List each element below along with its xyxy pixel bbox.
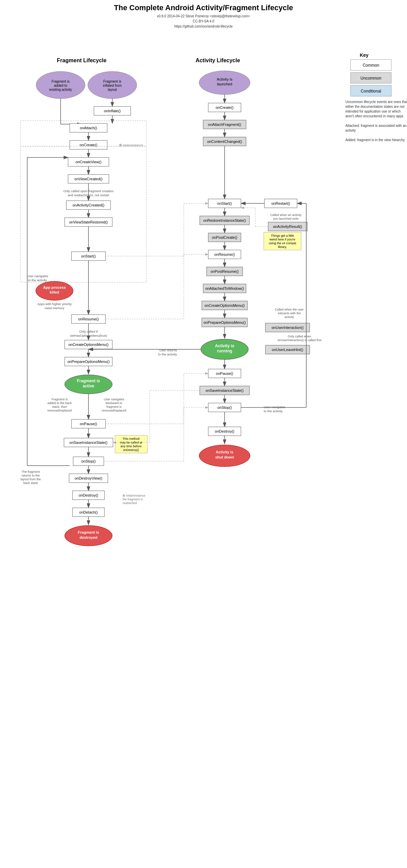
subtitle-line1: v0.9.0 2014-04-22 Steve Pomeroy <stevep@… — [7, 14, 400, 19]
onStop-frag-text: onStop() — [81, 459, 96, 463]
key-common-text: Common — [363, 63, 379, 68]
svg-text:existing activity: existing activity — [49, 88, 72, 91]
onActivityResult-text: onActivityResult() — [273, 224, 302, 229]
app-process-killed-text2: killed — [50, 290, 59, 294]
onDestroy-frag-text: onDestroy() — [79, 493, 98, 497]
note-activityResult2: you launched exits — [273, 217, 299, 220]
activity-running-text2: running — [217, 349, 232, 353]
onViewCreated-text: onViewCreated() — [75, 177, 102, 181]
note-frag-returns4: back stack — [23, 481, 38, 485]
fragment-destroyed-text2: destroyed — [80, 535, 98, 539]
key-conditional-text: Conditional — [361, 89, 381, 94]
note-user-backward1: User navigates — [104, 398, 125, 401]
note-method-text4: onDestroy() — [123, 448, 139, 452]
onStop-act-text: onStop() — [217, 405, 232, 410]
note-compat-text2: weird here if you're — [269, 238, 295, 241]
onAttachedToWindow-text: onAttachedToWindow() — [205, 286, 244, 290]
note-user-backward3: fragment is — [107, 405, 122, 408]
note-frag-back1: Fragment is — [51, 398, 68, 401]
note-userInteracts3: activity — [284, 315, 294, 319]
onCreateOptionsMenu-act-text: onCreateOptionsMenu() — [205, 303, 245, 307]
note-user-backward2: backward or — [105, 401, 122, 405]
activity-launched-text1: Activity is — [217, 77, 232, 81]
note-compat-text1: Things get a little — [271, 234, 294, 237]
onResume-act-text: onResume() — [214, 252, 235, 256]
onSaveInstanceState-frag-text: onSaveInstanceState() — [69, 440, 108, 445]
retainInstance2-text3: reattached — [123, 501, 137, 505]
activity-running-text1: Activity is — [215, 344, 234, 348]
onInflate-text: onInflate() — [104, 109, 121, 113]
key-uncommon-text: Uncommon — [360, 76, 381, 81]
onStart-act-text: onStart() — [217, 201, 232, 205]
note-user-returns2: to the activity — [158, 352, 177, 356]
activity-shutdown-text2: shut down — [215, 455, 234, 459]
note-frag-back4: removed/replaced — [47, 409, 72, 412]
note-onUserLeave2: onUserInteraction() is called first — [277, 338, 322, 342]
diagram-svg: Key Common Uncommon Conditional Uncommon… — [7, 32, 407, 868]
note-user-nav-act2: to the activity — [264, 409, 283, 413]
fragment-active-text2: active — [83, 384, 94, 388]
note-method-text1: This method — [123, 437, 140, 440]
onCreate-act-text: onCreate() — [216, 105, 234, 110]
note-frag-back2: added to the back — [47, 401, 72, 405]
onDestroyView-text: onDestroyView() — [75, 476, 102, 480]
note-user-backward4: removed/replaced — [102, 409, 126, 412]
onAttach-text: onAttach() — [80, 126, 97, 130]
note-compat-text3: using the v4 compat — [269, 241, 296, 245]
onPostCreate-text: onPostCreate() — [212, 235, 238, 239]
note-user-nav-2: to the activity — [28, 278, 47, 282]
page-container: The Complete Android Activity/Fragment L… — [0, 0, 407, 868]
onRestoreInstanceState-text: onRestoreInstanceState() — [203, 218, 246, 222]
subtitle-line2: CC-BY-SA 4.0 — [7, 19, 400, 24]
dashed-createview-region — [20, 146, 146, 282]
onPause-frag-text: onPause() — [80, 422, 97, 426]
onUserLeaveHint-text: onUserLeaveHint() — [272, 348, 303, 352]
onAttachFragment-text: onAttachFragment() — [208, 122, 241, 127]
fragment-destroyed-text1: Fragment is — [78, 530, 99, 534]
note-userInteracts1: Called when the user — [275, 308, 304, 311]
note-compat-text4: library. — [278, 245, 287, 249]
svg-text:layout: layout — [108, 88, 117, 91]
arrow-back-to-createView — [27, 157, 70, 466]
note-method-text3: any time before — [120, 445, 142, 448]
onSaveInstanceState-act-text: onSaveInstanceState() — [206, 388, 244, 393]
note-user-nav-1: User navigates — [27, 274, 48, 278]
key-description: Uncommon lifecycle events are ones that … — [345, 100, 407, 143]
page-title: The Complete Android Activity/Fragment L… — [7, 3, 400, 12]
onCreateOptionsMenu-frag-text: onCreateOptionsMenu() — [68, 343, 109, 347]
onPrepareOptionsMenu-act-text: onPrepareOptionsMenu() — [204, 320, 246, 324]
onCreateView-text: onCreateView() — [76, 160, 101, 164]
note-app-killed-1: Apps with higher priority — [37, 302, 72, 306]
note-activityResult1: Called when an activity — [270, 213, 302, 217]
app-process-killed-text1: App process — [43, 285, 66, 289]
onDetach-text: onDetach() — [79, 510, 98, 514]
onPause-act-text: onPause() — [216, 371, 233, 375]
note-user-returns1: User returns — [159, 348, 177, 352]
onResume-frag-text: onResume() — [78, 317, 99, 321]
activity-shutdown-text1: Activity is — [216, 450, 233, 454]
note-user-nav-act: User navigates — [264, 405, 286, 409]
svg-text:added to: added to — [54, 84, 67, 87]
svg-text:inflated from: inflated from — [103, 84, 121, 87]
fragment-inflated-text: Fragment is — [103, 80, 121, 83]
note-frag-returns1: The fragment — [21, 470, 40, 473]
retainInstance2-text2: the fragment is — [123, 498, 143, 501]
note-onUserLeave1: Only called when — [288, 335, 311, 338]
onStart-frag-text: onStart() — [81, 254, 96, 258]
onViewStateRestored-text: onViewStateRestored() — [69, 220, 108, 224]
onDestroy-act-text: onDestroy() — [215, 429, 234, 433]
onActivityCreated-text: onActivityCreated() — [72, 203, 104, 207]
note-userInteracts2: interacts with the — [278, 312, 301, 315]
onContentChanged-text: onContentChanged() — [207, 139, 242, 144]
activity-launched-text2: launched — [217, 82, 232, 86]
note-frag-back3: stack, then — [52, 405, 67, 408]
onPostResume-text: onPostResume() — [211, 269, 239, 273]
subtitle-line3: https://github.com/xxv/android-lifecycle — [7, 24, 400, 29]
fragment-lifecycle-title: Fragment Lifecycle — [57, 57, 107, 63]
fragment-added-text: Fragment is — [52, 80, 70, 83]
activity-lifecycle-title: Activity Lifecycle — [196, 57, 240, 63]
note-frag-returns3: layout from the — [20, 478, 41, 481]
onRestart-text: onRestart() — [271, 201, 290, 205]
key-title-text: Key — [360, 52, 369, 58]
onUserInteraction-text: onUserInteraction() — [272, 326, 304, 330]
